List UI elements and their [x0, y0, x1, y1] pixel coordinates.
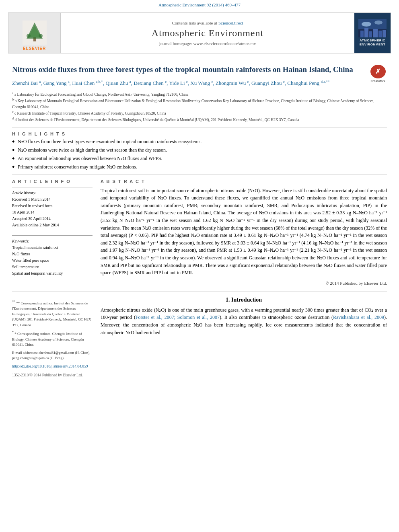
article-history: Article history: Received 1 March 2014 R…: [12, 187, 93, 231]
svg-rect-13: [383, 30, 386, 37]
keyword-5: Spatial and temporal variability: [12, 270, 93, 277]
atm-env-logo-text: ATMOSPHERIC ENVIRONMENT: [360, 39, 386, 46]
science-direct-link[interactable]: ScienceDirect: [218, 21, 243, 25]
journal-header: ELSEVIER Contents lists available at Sci…: [8, 12, 391, 53]
article-title-container: Nitrous oxide fluxes from three forest t…: [12, 65, 387, 75]
keyword-3: Water filled pore space: [12, 257, 93, 264]
affiliation-d: d d Institut des Sciences de l'Environne…: [12, 116, 387, 123]
introduction-col: 1. Introduction Atmospheric nitrous oxid…: [101, 297, 387, 378]
highlight-item-4: Primary rainforest conservation may miti…: [12, 163, 387, 170]
footnote-corresponding2: * * Corresponding authors. Chengdu Insti…: [12, 330, 93, 348]
highlight-item-1: N₂O fluxes from three forest types were …: [12, 138, 387, 145]
footnote-email: E-mail addresses: chenhuai81@gmail.com (…: [12, 350, 93, 361]
affiliation-b: b b Key Laboratory of Mountain Ecologica…: [12, 97, 387, 110]
footnote-corresponding1: ** ** Corresponding author. Institut des…: [12, 300, 93, 328]
main-content: Nitrous oxide fluxes from three forest t…: [0, 53, 399, 382]
divider-1: [12, 127, 387, 127]
elsevier-tree-icon: [23, 21, 47, 45]
svg-rect-8: [360, 31, 364, 37]
journal-homepage: journal homepage: www.elsevier.com/locat…: [69, 41, 346, 46]
footnotes-col: ** ** Corresponding author. Institut des…: [12, 297, 93, 378]
journal-title: Atmospheric Environment: [69, 28, 346, 39]
crossmark-badge: ✗ CrossMark: [369, 65, 387, 83]
received-date: Received 1 March 2014: [12, 196, 93, 203]
abstract-col: A B S T R A C T Tropical rainforest soil…: [101, 179, 387, 287]
abstract-copyright: © 2014 Published by Elsevier Ltd.: [101, 280, 387, 287]
elsevier-logo: ELSEVIER: [23, 46, 46, 51]
affiliations: a a Laboratory for Ecological Forecastin…: [12, 91, 387, 123]
article-info-col: A R T I C L E I N F O Article history: R…: [12, 179, 93, 287]
highlights-label: H I G H L I G H T S: [12, 131, 387, 136]
journal-citation: Atmospheric Environment 92 (2014) 469–47…: [158, 2, 241, 7]
intro-section-title: 1. Introduction: [101, 297, 387, 303]
page-wrapper: Atmospheric Environment 92 (2014) 469–47…: [0, 0, 399, 532]
journal-header-right: ATMOSPHERIC ENVIRONMENT: [354, 13, 391, 53]
svg-point-5: [39, 34, 43, 38]
affiliation-c: c c Research Institute of Tropical Fores…: [12, 110, 387, 116]
journal-header-left: ELSEVIER: [8, 13, 61, 53]
keywords-label: Keywords:: [12, 238, 93, 244]
atm-env-image: [358, 19, 387, 37]
top-bar: Atmospheric Environment 92 (2014) 469–47…: [0, 0, 399, 9]
contents-text: Contents lists available at ScienceDirec…: [69, 21, 346, 25]
svg-point-14: [362, 22, 371, 27]
svg-rect-9: [364, 28, 368, 37]
svg-rect-11: [373, 29, 378, 37]
svg-point-15: [374, 21, 383, 25]
doi-link[interactable]: http://dx.doi.org/10.1016/j.atmosenv.201…: [12, 364, 93, 370]
abstract-text: Tropical rainforest soil is an important…: [101, 187, 387, 287]
issn-text: 1352-2310/© 2014 Published by Elsevier L…: [12, 372, 93, 378]
received-revised-label: Received in revised form: [12, 203, 93, 209]
keyword-4: Soil temperature: [12, 264, 93, 270]
bottom-section: ** ** Corresponding author. Institut des…: [12, 297, 387, 378]
keyword-2: N₂O fluxes: [12, 251, 93, 257]
accepted-date: Accepted 30 April 2014: [12, 216, 93, 222]
divider-2: [12, 175, 387, 175]
svg-rect-12: [378, 31, 382, 37]
divider-3: [12, 292, 387, 292]
article-title-text: Nitrous oxide fluxes from three forest t…: [12, 65, 353, 74]
keyword-1: Tropical mountain rainforest: [12, 244, 93, 251]
highlight-item-2: N₂O emissions were twice as high during …: [12, 146, 387, 154]
svg-rect-10: [369, 31, 372, 37]
crossmark-label: CrossMark: [370, 79, 385, 83]
highlights-list: N₂O fluxes from three forest types were …: [12, 138, 387, 170]
abstract-paragraph: Tropical rainforest soil is an important…: [101, 187, 387, 277]
highlight-item-3: An exponential relationship was observed…: [12, 155, 387, 162]
authors-text: Zhenzhi Bai a, Gang Yang a, Huai Chen a,…: [12, 80, 329, 86]
intro-paragraph: Atmospheric nitrous oxide (N₂O) is one o…: [101, 306, 387, 336]
affiliation-a: a a Laboratory for Ecological Forecastin…: [12, 91, 387, 97]
history-label: Article history:: [12, 190, 93, 196]
journal-header-center: Contents lists available at ScienceDirec…: [61, 17, 354, 49]
two-col-section: A R T I C L E I N F O Article history: R…: [12, 179, 387, 287]
introduction-text: Atmospheric nitrous oxide (N₂O) is one o…: [101, 306, 387, 336]
authors: Zhenzhi Bai a, Gang Yang a, Huai Chen a,…: [12, 79, 387, 88]
received-revised-date: 16 April 2014: [12, 209, 93, 216]
available-online: Available online 2 May 2014: [12, 222, 93, 228]
highlights-section: H I G H L I G H T S N₂O fluxes from thre…: [12, 131, 387, 170]
ref-ravishankara: Ravishankara et al., 2009: [333, 314, 384, 320]
abstract-label: A B S T R A C T: [101, 179, 387, 184]
crossmark-icon: ✗: [370, 65, 386, 78]
keywords-block: Keywords: Tropical mountain rainforest N…: [12, 235, 93, 279]
ref-forster: Forster et al., 2007; Solomon et al., 20…: [136, 314, 220, 320]
svg-point-4: [27, 34, 31, 38]
article-info-label: A R T I C L E I N F O: [12, 179, 93, 184]
